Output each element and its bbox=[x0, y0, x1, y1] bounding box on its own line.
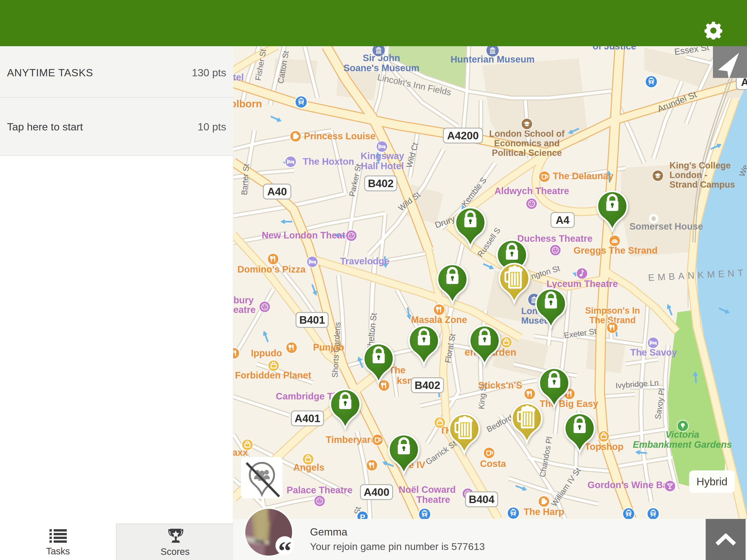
svg-text:tel: tel bbox=[233, 72, 244, 82]
svg-text:Punjab: Punjab bbox=[313, 342, 344, 352]
svg-text:London School of: London School of bbox=[489, 129, 565, 139]
svg-text:The Harp: The Harp bbox=[523, 507, 564, 517]
svg-text:of Justice: of Justice bbox=[593, 46, 636, 51]
svg-text:Ippudo: Ippudo bbox=[251, 348, 282, 358]
svg-text:B401: B401 bbox=[299, 314, 325, 326]
svg-text:Somerset House: Somerset House bbox=[629, 221, 703, 232]
svg-text:Simpson's In: Simpson's In bbox=[585, 306, 640, 316]
svg-text:A4: A4 bbox=[556, 214, 570, 226]
svg-text:The Savoy: The Savoy bbox=[630, 347, 677, 357]
svg-text:New London Theatre: New London Theatre bbox=[262, 230, 354, 240]
svg-text:esbury: esbury bbox=[233, 295, 254, 305]
svg-text:P: P bbox=[360, 513, 365, 519]
svg-text:A4200: A4200 bbox=[447, 130, 479, 142]
svg-text:Princess Louise: Princess Louise bbox=[304, 131, 376, 141]
svg-text:Greggs The Strand: Greggs The Strand bbox=[573, 245, 658, 256]
svg-text:B404: B404 bbox=[469, 493, 494, 505]
svg-text:Strand Campus: Strand Campus bbox=[670, 180, 735, 189]
svg-text:Theatre: Theatre bbox=[416, 495, 450, 505]
svg-text:Political Science: Political Science bbox=[492, 148, 562, 158]
svg-text:Hall Hotel: Hall Hotel bbox=[361, 161, 404, 171]
svg-text:Duchess Theatre: Duchess Theatre bbox=[517, 233, 592, 244]
svg-text:A400: A400 bbox=[364, 486, 389, 498]
svg-text:Palace Theatre: Palace Theatre bbox=[287, 485, 353, 495]
svg-text:Costa: Costa bbox=[480, 458, 506, 469]
svg-text:heatre: heatre bbox=[233, 304, 256, 315]
svg-text:Masala Zone: Masala Zone bbox=[411, 315, 467, 325]
svg-text:B402: B402 bbox=[415, 379, 440, 391]
svg-text:A401: A401 bbox=[294, 412, 320, 424]
svg-text:B402: B402 bbox=[368, 177, 393, 189]
svg-text:King's College: King's College bbox=[670, 161, 731, 170]
svg-text:Hybrid: Hybrid bbox=[697, 476, 728, 488]
svg-text:Lyceum Theatre: Lyceum Theatre bbox=[546, 278, 618, 289]
svg-text:“: “ bbox=[278, 536, 291, 555]
svg-text:Gordon's Wine Bar: Gordon's Wine Bar bbox=[588, 480, 672, 490]
svg-text:Cambridge Th: Cambridge Th bbox=[276, 391, 339, 401]
svg-text:Economics and: Economics and bbox=[494, 138, 560, 148]
svg-text:A40: A40 bbox=[267, 186, 287, 197]
svg-text:London -: London - bbox=[670, 170, 707, 180]
svg-text:Aldwych Theatre: Aldwych Theatre bbox=[494, 186, 569, 196]
svg-text:Forbidden Planet: Forbidden Planet bbox=[235, 370, 311, 380]
svg-text:Timberyard: Timberyard bbox=[326, 434, 376, 445]
svg-text:Travelodge: Travelodge bbox=[340, 256, 389, 266]
svg-text:Noël Coward: Noël Coward bbox=[399, 484, 456, 495]
svg-text:Domino's Pizza: Domino's Pizza bbox=[237, 264, 306, 274]
svg-text:The Big Easy: The Big Easy bbox=[539, 399, 598, 409]
svg-text:Topshop: Topshop bbox=[585, 442, 623, 452]
svg-text:Embankment Gardens: Embankment Gardens bbox=[633, 439, 732, 450]
svg-text:olborn: olborn bbox=[233, 98, 262, 109]
svg-text:Sticks'n'S: Sticks'n'S bbox=[478, 380, 522, 390]
svg-text:The Delaunay: The Delaunay bbox=[553, 171, 614, 181]
svg-text:The Hoxton: The Hoxton bbox=[303, 156, 354, 167]
svg-text:Soane's Museum: Soane's Museum bbox=[343, 63, 419, 73]
